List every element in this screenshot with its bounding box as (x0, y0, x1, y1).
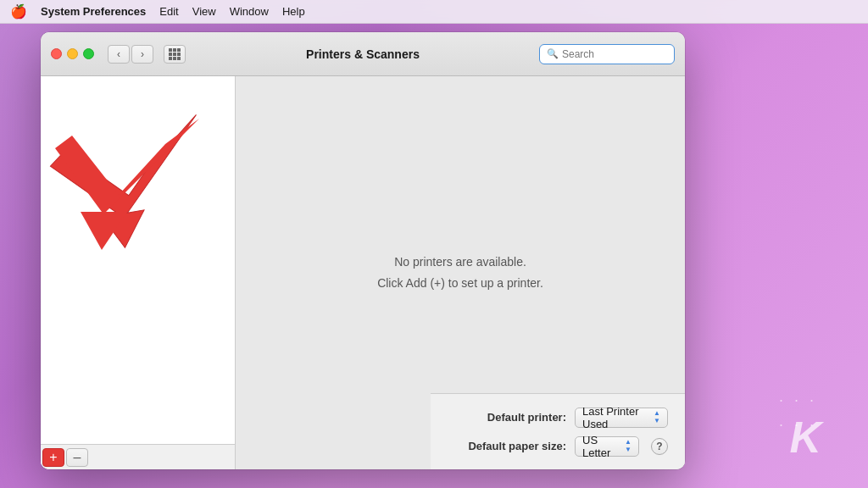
grid-icon (169, 48, 181, 60)
titlebar: ‹ › Printers & Scanners 🔍 (41, 32, 685, 76)
menu-help[interactable]: Help (282, 5, 305, 18)
chevron-down-icon: ▼ (654, 418, 660, 424)
minimize-button[interactable] (67, 48, 78, 59)
bg-logo: K (789, 412, 821, 463)
default-printer-label: Default printer: (448, 411, 566, 424)
default-paper-select[interactable]: US Letter ▲ ▼ (575, 436, 639, 457)
close-button[interactable] (51, 48, 62, 59)
search-input[interactable] (562, 48, 667, 60)
paper-chevron-icon: ▲ ▼ (625, 439, 632, 453)
paper-chevron-up-icon: ▲ (625, 439, 632, 446)
search-icon: 🔍 (547, 48, 559, 59)
chevron-icon: ▲ ▼ (654, 410, 660, 424)
menu-view[interactable]: View (192, 5, 216, 18)
bottom-preferences-bar: Default printer: Last Printer Used ▲ ▼ D… (431, 393, 685, 469)
app-menu-name[interactable]: System Preferences (41, 5, 146, 18)
apple-menu[interactable]: 🍎 (10, 3, 27, 19)
menu-edit[interactable]: Edit (159, 5, 178, 18)
traffic-lights (51, 48, 94, 59)
no-printers-message: No printers are available. Click Add (+)… (377, 252, 543, 294)
default-paper-label: Default paper size: (448, 440, 566, 452)
default-printer-value: Last Printer Used (582, 405, 654, 430)
default-paper-value: US Letter (582, 434, 625, 459)
chevron-up-icon: ▲ (654, 410, 660, 417)
back-button[interactable]: ‹ (108, 45, 130, 64)
default-printer-select[interactable]: Last Printer Used ▲ ▼ (575, 408, 668, 428)
grid-view-button[interactable] (164, 45, 186, 64)
printer-list-area (41, 76, 235, 444)
printer-list-panel: + – (41, 76, 236, 469)
default-printer-row: Default printer: Last Printer Used ▲ ▼ (448, 408, 668, 428)
window-title: Printers & Scanners (306, 47, 420, 61)
search-box[interactable]: 🔍 (539, 44, 675, 64)
no-printers-line2: Click Add (+) to set up a printer. (377, 273, 543, 294)
nav-buttons: ‹ › (108, 45, 153, 64)
right-panel: No printers are available. Click Add (+)… (236, 76, 685, 469)
help-button[interactable]: ? (651, 438, 668, 455)
menubar: 🍎 System Preferences Edit View Window He… (0, 0, 868, 24)
menu-window[interactable]: Window (230, 5, 269, 18)
window-content: + – No printers are available. Click Add… (41, 76, 685, 469)
add-printer-button[interactable]: + (42, 448, 64, 467)
no-printers-line1: No printers are available. (377, 252, 543, 273)
default-paper-row: Default paper size: US Letter ▲ ▼ ? (448, 436, 668, 457)
forward-button[interactable]: › (131, 45, 153, 64)
maximize-button[interactable] (83, 48, 94, 59)
printer-list-toolbar: + – (41, 444, 235, 469)
remove-printer-button[interactable]: – (66, 448, 88, 467)
main-window: ‹ › Printers & Scanners 🔍 + – (41, 32, 685, 469)
paper-chevron-down-icon: ▼ (625, 446, 632, 453)
